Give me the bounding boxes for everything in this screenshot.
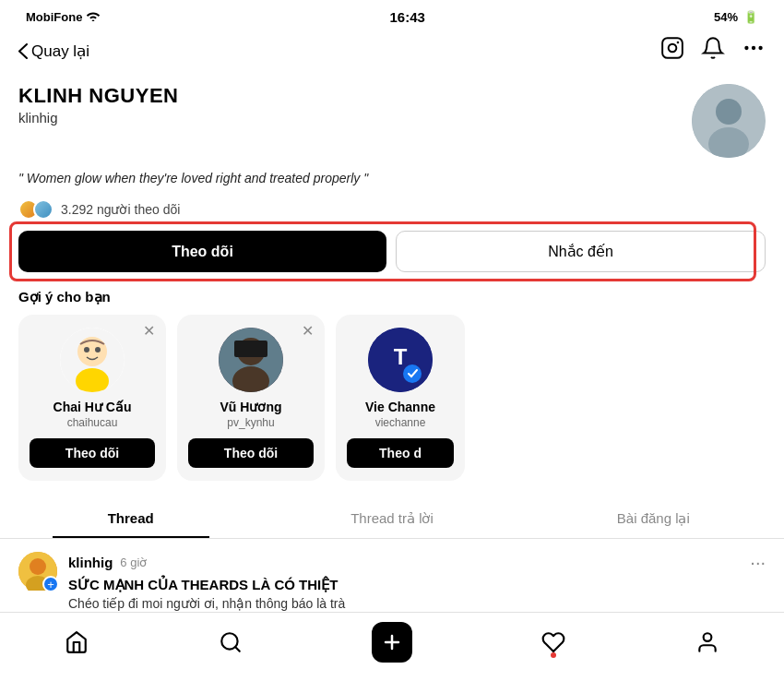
post-plus-icon: + (42, 576, 59, 592)
back-label: Quay lại (31, 42, 89, 61)
svg-point-22 (30, 558, 46, 575)
nav-new[interactable] (372, 622, 412, 663)
svg-rect-0 (662, 38, 683, 58)
suggestions-scroll: ✕ Chai Hư Cấu chaihucau Theo dõi ✕ (0, 315, 784, 481)
suggestion-avatar-3: T (368, 328, 433, 392)
theo-doi-button[interactable]: Theo dõi (18, 231, 386, 272)
profile-avatar (692, 84, 766, 158)
post-content: klinhig 6 giờ ··· SỨC MẠNH CỦA THEARDS L… (68, 552, 766, 611)
top-nav: Quay lại (0, 30, 784, 75)
suggestion-username-3: viechanne (375, 416, 426, 429)
tab-thread[interactable]: Thread (0, 499, 261, 538)
bell-icon[interactable] (701, 36, 725, 66)
more-icon[interactable] (742, 36, 766, 66)
instagram-icon[interactable] (660, 36, 684, 66)
nav-activity[interactable] (541, 630, 565, 654)
svg-point-7 (716, 99, 742, 125)
suggestion-avatar-1 (60, 328, 125, 392)
svg-point-28 (703, 633, 711, 641)
profile-bio: " Women glow when they're loved right an… (18, 169, 766, 188)
profile-info: KLINH NGUYEN klinhig (18, 84, 692, 125)
profile-section: KLINH NGUYEN klinhig " Women glow when t… (0, 75, 784, 272)
follow-button-2[interactable]: Theo dõi (188, 438, 314, 468)
follower-avatar-2 (33, 199, 53, 220)
tabs-row: Thread Thread trả lời Bài đăng lại (0, 499, 784, 539)
svg-point-12 (84, 347, 89, 352)
post-text: Chéo tiếp đi moi người ơi, nhận thông bá… (68, 596, 766, 611)
status-left: MobiFone (26, 10, 101, 24)
svg-point-3 (744, 46, 748, 50)
back-button[interactable]: Quay lại (18, 42, 89, 61)
follow-button-3[interactable]: Theo d (347, 438, 454, 468)
wifi-icon (86, 10, 101, 24)
suggestion-name-3: Vie Channe (365, 400, 435, 414)
post-more-icon[interactable]: ··· (750, 552, 766, 573)
suggestion-card-3: T Vie Channe viechanne Theo d (336, 315, 465, 481)
followers-avatars (18, 199, 53, 220)
followers-row: 3.292 người theo dõi (18, 199, 766, 220)
nhac-den-button[interactable]: Nhắc đến (396, 231, 766, 272)
post-username: klinhig (68, 555, 113, 570)
status-right: 54% 🔋 (714, 10, 758, 24)
post-time: 6 giờ (120, 556, 147, 569)
suggestion-card-1: ✕ Chai Hư Cấu chaihucau Theo dõi (18, 315, 166, 481)
suggestions-label: Gợi ý cho bạn (0, 272, 784, 315)
suggestion-name-1: Chai Hư Cấu (53, 400, 132, 414)
post-item: + klinhig 6 giờ ··· SỨC MẠNH CỦA THEARDS… (0, 539, 784, 620)
nav-icons (660, 36, 766, 66)
follow-button-1[interactable]: Theo dõi (30, 438, 155, 468)
activity-dot (551, 652, 556, 658)
suggestion-avatar-2 (219, 328, 283, 392)
svg-rect-16 (234, 340, 267, 357)
nav-profile[interactable] (695, 630, 719, 654)
battery-icon: 🔋 (743, 10, 758, 24)
battery-label: 54% (714, 10, 738, 24)
svg-point-4 (752, 46, 755, 50)
svg-point-1 (669, 44, 677, 53)
svg-point-2 (677, 42, 680, 44)
suggestion-card-2: ✕ Vũ Hương pv_kynhu Theo dõi (177, 315, 325, 481)
action-buttons: Theo dõi Nhắc đến (18, 231, 766, 272)
status-bar: MobiFone 16:43 54% 🔋 (0, 0, 784, 30)
suggestion-username-1: chaihucau (67, 416, 118, 429)
tab-thread-reply[interactable]: Thread trả lời (261, 499, 522, 538)
carrier-label: MobiFone (26, 10, 82, 24)
profile-username: klinhig (18, 110, 692, 125)
nav-home[interactable] (65, 630, 89, 654)
svg-point-5 (758, 46, 762, 50)
post-title: SỨC MẠNH CỦA THEARDS LÀ CÓ THIỆT (68, 577, 766, 593)
profile-name: KLINH NGUYEN (18, 84, 692, 108)
svg-point-20 (403, 364, 422, 383)
close-card-2[interactable]: ✕ (302, 324, 314, 339)
status-time: 16:43 (389, 9, 424, 25)
plus-button[interactable] (372, 622, 412, 663)
nav-search[interactable] (219, 630, 243, 654)
post-header: klinhig 6 giờ ··· (68, 552, 766, 573)
svg-line-25 (235, 647, 240, 651)
svg-point-13 (95, 347, 101, 352)
svg-text:T: T (394, 344, 408, 369)
suggestion-username-2: pv_kynhu (227, 416, 274, 429)
post-avatar: + (18, 552, 57, 591)
bottom-nav (0, 612, 784, 681)
suggestion-name-2: Vũ Hương (220, 400, 282, 414)
tab-repost[interactable]: Bài đăng lại (523, 499, 784, 538)
close-card-1[interactable]: ✕ (143, 324, 155, 339)
followers-count: 3.292 người theo dõi (61, 202, 180, 217)
profile-header: KLINH NGUYEN klinhig (18, 84, 766, 158)
